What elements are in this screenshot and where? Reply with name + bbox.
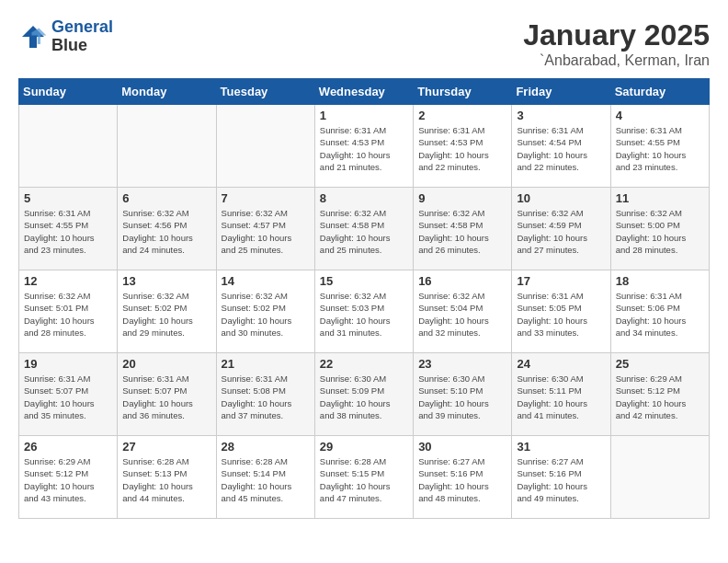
calendar-cell: 11Sunrise: 6:32 AM Sunset: 5:00 PM Dayli…	[610, 188, 709, 270]
day-number: 12	[24, 274, 112, 288]
day-info: Sunrise: 6:32 AM Sunset: 4:58 PM Dayligh…	[320, 207, 408, 256]
day-number: 9	[418, 191, 506, 205]
day-number: 8	[320, 191, 408, 205]
day-number: 15	[320, 274, 408, 288]
day-info: Sunrise: 6:32 AM Sunset: 5:02 PM Dayligh…	[222, 290, 310, 339]
day-number: 28	[222, 440, 310, 454]
day-info: Sunrise: 6:31 AM Sunset: 4:55 PM Dayligh…	[616, 124, 704, 173]
day-info: Sunrise: 6:30 AM Sunset: 5:11 PM Dayligh…	[517, 373, 605, 421]
day-info: Sunrise: 6:28 AM Sunset: 5:15 PM Dayligh…	[320, 455, 408, 504]
calendar-week-row: 1Sunrise: 6:31 AM Sunset: 4:53 PM Daylig…	[19, 105, 710, 188]
day-number: 23	[418, 357, 506, 371]
day-info: Sunrise: 6:31 AM Sunset: 4:55 PM Dayligh…	[24, 207, 112, 256]
day-of-week-header: Friday	[512, 79, 610, 105]
day-number: 16	[418, 274, 506, 288]
logo-icon	[18, 22, 48, 52]
day-number: 22	[320, 357, 408, 371]
day-number: 26	[24, 440, 112, 454]
calendar-cell: 10Sunrise: 6:32 AM Sunset: 4:59 PM Dayli…	[512, 188, 610, 270]
day-number: 4	[616, 109, 704, 122]
day-info: Sunrise: 6:27 AM Sunset: 5:16 PM Dayligh…	[517, 455, 605, 504]
calendar-cell: 29Sunrise: 6:28 AM Sunset: 5:15 PM Dayli…	[314, 436, 413, 519]
day-info: Sunrise: 6:31 AM Sunset: 5:07 PM Dayligh…	[24, 373, 112, 421]
day-number: 2	[418, 109, 506, 122]
day-info: Sunrise: 6:31 AM Sunset: 4:54 PM Dayligh…	[517, 124, 605, 173]
calendar-cell: 12Sunrise: 6:32 AM Sunset: 5:01 PM Dayli…	[19, 270, 118, 353]
calendar-cell: 13Sunrise: 6:32 AM Sunset: 5:02 PM Dayli…	[118, 270, 216, 353]
calendar-cell: 21Sunrise: 6:31 AM Sunset: 5:08 PM Dayli…	[216, 353, 314, 436]
day-number: 17	[517, 274, 605, 288]
calendar-table: SundayMondayTuesdayWednesdayThursdayFrid…	[18, 78, 710, 519]
day-of-week-header: Monday	[118, 79, 216, 105]
month-title: January 2025	[523, 18, 710, 52]
calendar-cell: 2Sunrise: 6:31 AM Sunset: 4:53 PM Daylig…	[414, 105, 512, 188]
svg-marker-1	[22, 26, 44, 48]
day-info: Sunrise: 6:27 AM Sunset: 5:16 PM Dayligh…	[418, 455, 506, 504]
day-info: Sunrise: 6:30 AM Sunset: 5:10 PM Dayligh…	[418, 373, 506, 421]
day-number: 3	[517, 109, 605, 122]
day-of-week-header: Wednesday	[314, 79, 413, 105]
day-info: Sunrise: 6:32 AM Sunset: 4:57 PM Dayligh…	[222, 207, 310, 256]
day-info: Sunrise: 6:30 AM Sunset: 5:09 PM Dayligh…	[320, 373, 408, 421]
day-info: Sunrise: 6:32 AM Sunset: 5:04 PM Dayligh…	[418, 290, 506, 339]
calendar-cell: 23Sunrise: 6:30 AM Sunset: 5:10 PM Dayli…	[414, 353, 512, 436]
title-block: January 2025 `Anbarabad, Kerman, Iran	[523, 18, 710, 69]
day-number: 19	[24, 357, 112, 371]
day-info: Sunrise: 6:32 AM Sunset: 5:01 PM Dayligh…	[24, 290, 112, 339]
day-number: 21	[222, 357, 310, 371]
day-info: Sunrise: 6:32 AM Sunset: 5:02 PM Dayligh…	[122, 290, 210, 339]
day-info: Sunrise: 6:29 AM Sunset: 5:12 PM Dayligh…	[24, 455, 112, 504]
calendar-cell: 14Sunrise: 6:32 AM Sunset: 5:02 PM Dayli…	[216, 270, 314, 353]
day-info: Sunrise: 6:32 AM Sunset: 5:03 PM Dayligh…	[320, 290, 408, 339]
calendar-cell	[216, 105, 314, 188]
day-info: Sunrise: 6:32 AM Sunset: 4:56 PM Dayligh…	[122, 207, 210, 256]
day-number: 18	[616, 274, 704, 288]
day-info: Sunrise: 6:32 AM Sunset: 5:00 PM Dayligh…	[616, 207, 704, 256]
day-number: 7	[222, 191, 310, 205]
day-number: 30	[418, 440, 506, 454]
day-info: Sunrise: 6:28 AM Sunset: 5:13 PM Dayligh…	[122, 455, 210, 504]
calendar-week-row: 12Sunrise: 6:32 AM Sunset: 5:01 PM Dayli…	[19, 270, 710, 353]
day-of-week-header: Tuesday	[216, 79, 314, 105]
day-number: 25	[616, 357, 704, 371]
day-of-week-header: Thursday	[414, 79, 512, 105]
day-info: Sunrise: 6:31 AM Sunset: 5:05 PM Dayligh…	[517, 290, 605, 339]
day-number: 29	[320, 440, 408, 454]
day-info: Sunrise: 6:32 AM Sunset: 4:58 PM Dayligh…	[418, 207, 506, 256]
calendar-cell: 31Sunrise: 6:27 AM Sunset: 5:16 PM Dayli…	[512, 436, 610, 519]
calendar-cell: 4Sunrise: 6:31 AM Sunset: 4:55 PM Daylig…	[610, 105, 709, 188]
calendar-cell: 30Sunrise: 6:27 AM Sunset: 5:16 PM Dayli…	[414, 436, 512, 519]
calendar-cell: 6Sunrise: 6:32 AM Sunset: 4:56 PM Daylig…	[118, 188, 216, 270]
calendar-cell: 16Sunrise: 6:32 AM Sunset: 5:04 PM Dayli…	[414, 270, 512, 353]
calendar-cell: 25Sunrise: 6:29 AM Sunset: 5:12 PM Dayli…	[610, 353, 709, 436]
day-number: 31	[517, 440, 605, 454]
logo-text: General Blue	[51, 18, 113, 55]
calendar-cell: 8Sunrise: 6:32 AM Sunset: 4:58 PM Daylig…	[314, 188, 413, 270]
calendar-cell: 1Sunrise: 6:31 AM Sunset: 4:53 PM Daylig…	[314, 105, 413, 188]
day-info: Sunrise: 6:29 AM Sunset: 5:12 PM Dayligh…	[616, 373, 704, 421]
calendar-cell: 15Sunrise: 6:32 AM Sunset: 5:03 PM Dayli…	[314, 270, 413, 353]
calendar-cell: 3Sunrise: 6:31 AM Sunset: 4:54 PM Daylig…	[512, 105, 610, 188]
calendar-cell: 5Sunrise: 6:31 AM Sunset: 4:55 PM Daylig…	[19, 188, 118, 270]
calendar-cell: 28Sunrise: 6:28 AM Sunset: 5:14 PM Dayli…	[216, 436, 314, 519]
calendar-cell: 22Sunrise: 6:30 AM Sunset: 5:09 PM Dayli…	[314, 353, 413, 436]
calendar-cell	[19, 105, 118, 188]
day-number: 24	[517, 357, 605, 371]
calendar-cell: 7Sunrise: 6:32 AM Sunset: 4:57 PM Daylig…	[216, 188, 314, 270]
day-number: 13	[122, 274, 210, 288]
day-number: 10	[517, 191, 605, 205]
calendar-cell	[118, 105, 216, 188]
calendar-cell: 19Sunrise: 6:31 AM Sunset: 5:07 PM Dayli…	[19, 353, 118, 436]
day-info: Sunrise: 6:31 AM Sunset: 5:07 PM Dayligh…	[122, 373, 210, 421]
day-number: 11	[616, 191, 704, 205]
calendar-header-row: SundayMondayTuesdayWednesdayThursdayFrid…	[19, 79, 710, 105]
location: `Anbarabad, Kerman, Iran	[523, 52, 710, 69]
calendar-cell: 26Sunrise: 6:29 AM Sunset: 5:12 PM Dayli…	[19, 436, 118, 519]
calendar-week-row: 26Sunrise: 6:29 AM Sunset: 5:12 PM Dayli…	[19, 436, 710, 519]
calendar-cell: 27Sunrise: 6:28 AM Sunset: 5:13 PM Dayli…	[118, 436, 216, 519]
day-of-week-header: Sunday	[19, 79, 118, 105]
day-info: Sunrise: 6:32 AM Sunset: 4:59 PM Dayligh…	[517, 207, 605, 256]
day-number: 27	[122, 440, 210, 454]
calendar-cell: 9Sunrise: 6:32 AM Sunset: 4:58 PM Daylig…	[414, 188, 512, 270]
calendar-cell: 18Sunrise: 6:31 AM Sunset: 5:06 PM Dayli…	[610, 270, 709, 353]
